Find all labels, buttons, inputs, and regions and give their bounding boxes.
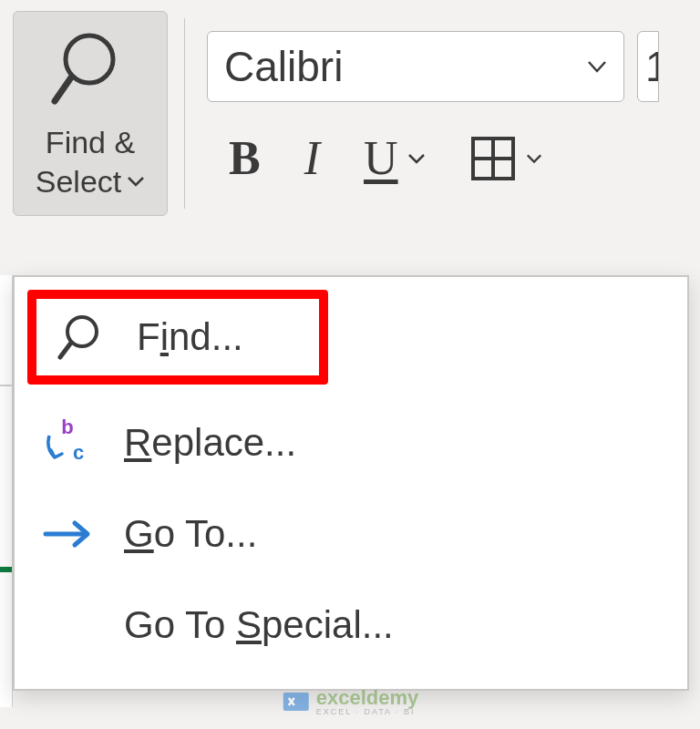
svg-rect-10 (283, 693, 309, 711)
watermark-tagline: EXCEL · DATA · BI (316, 708, 419, 716)
underline-split-button[interactable]: U (364, 131, 426, 185)
menu-item-find[interactable]: Find... (27, 290, 328, 385)
worksheet-edge (0, 275, 13, 707)
watermark: exceldemy EXCEL · DATA · BI (282, 687, 419, 716)
underline-label: U (364, 131, 398, 185)
borders-icon (469, 135, 517, 182)
svg-text:b: b (61, 417, 73, 438)
italic-button[interactable]: I (304, 131, 320, 185)
replace-icon: b c (40, 416, 95, 470)
borders-split-button[interactable] (469, 135, 542, 182)
search-icon (49, 28, 131, 114)
menu-label-replace: Replace... (124, 421, 296, 465)
menu-label-find: Find... (137, 315, 243, 359)
font-group: Calibri 1 B I U (207, 11, 700, 185)
watermark-brand: exceldemy (316, 688, 419, 708)
bold-button[interactable]: B (229, 131, 261, 185)
search-icon (53, 310, 108, 364)
menu-label-goto-special: Go To Special... (124, 603, 394, 647)
menu-item-goto[interactable]: Go To... (15, 488, 687, 580)
font-size-combo[interactable]: 1 (637, 31, 659, 102)
chevron-down-icon (127, 175, 145, 188)
find-select-label: Find & Select (36, 123, 146, 200)
chevron-down-icon (526, 152, 542, 165)
font-name-value: Calibri (224, 42, 587, 91)
font-name-combo[interactable]: Calibri (207, 31, 624, 102)
exceldemy-logo-icon (282, 687, 311, 716)
menu-item-goto-special[interactable]: Go To Special... (15, 580, 687, 671)
font-size-partial: 1 (645, 42, 659, 91)
arrow-right-icon (40, 507, 95, 561)
chevron-down-icon (587, 59, 607, 74)
chevron-down-icon (407, 152, 426, 165)
menu-label-goto: Go To... (124, 512, 257, 556)
svg-text:c: c (73, 441, 84, 464)
blank-icon (40, 598, 95, 652)
ribbon-toolbar: Find & Select Calibri 1 B I (0, 0, 700, 227)
ribbon-divider (184, 18, 185, 209)
find-select-button[interactable]: Find & Select (13, 11, 168, 216)
find-select-menu: Find... b c Replace... Go To... Go To Sp… (13, 275, 689, 691)
svg-line-6 (60, 343, 71, 357)
svg-line-1 (55, 77, 71, 101)
menu-item-replace[interactable]: b c Replace... (15, 397, 687, 488)
